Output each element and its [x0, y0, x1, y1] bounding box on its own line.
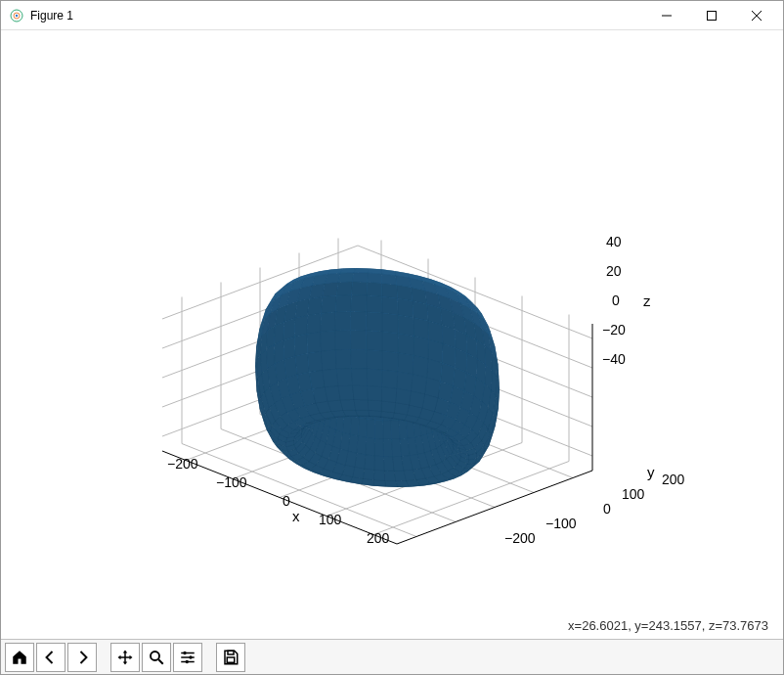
svg-marker-1063: [398, 298, 414, 318]
svg-marker-1161: [397, 372, 413, 391]
svg-marker-356: [373, 480, 385, 486]
svg-marker-404: [363, 469, 373, 480]
svg-marker-1185: [340, 400, 355, 411]
svg-marker-1133: [351, 312, 367, 331]
svg-marker-1188: [336, 369, 352, 386]
y-tick: −200: [504, 530, 536, 546]
svg-marker-1141: [295, 353, 309, 375]
pan-button[interactable]: [110, 643, 140, 672]
arrow-right-icon: [73, 649, 91, 666]
back-button[interactable]: [36, 643, 65, 672]
svg-marker-1145: [410, 391, 425, 408]
svg-marker-1120: [294, 335, 307, 357]
navigation-toolbar: [1, 639, 783, 674]
svg-marker-1190: [338, 385, 354, 400]
svg-marker-1137: [307, 332, 321, 353]
svg-marker-1096: [283, 337, 295, 359]
y-tick: 0: [603, 501, 611, 517]
save-icon: [222, 649, 240, 666]
window-titlebar: Figure 1: [1, 1, 783, 30]
svg-marker-974: [354, 268, 369, 273]
y-tick: 100: [622, 486, 644, 502]
svg-marker-1131: [335, 312, 351, 332]
axes-3d[interactable]: −200 −100 0 100 200 x −200 −100 0 100 20…: [143, 158, 651, 578]
svg-marker-1183: [367, 369, 382, 387]
x-tick: −200: [167, 456, 198, 472]
cursor-coordinates: x=26.6021, y=243.1557, z=73.7673: [568, 618, 768, 633]
svg-marker-1186: [354, 400, 369, 411]
arrow-left-icon: [42, 649, 60, 666]
configure-subplots-button[interactable]: [173, 643, 202, 672]
svg-point-1198: [183, 651, 186, 653]
svg-marker-1115: [382, 313, 398, 334]
svg-marker-1173: [367, 350, 382, 370]
svg-marker-1178: [351, 349, 367, 369]
maximize-button[interactable]: [689, 1, 734, 30]
svg-marker-390: [374, 439, 383, 457]
plot-area[interactable]: −200 −100 0 100 200 x −200 −100 0 100 20…: [1, 30, 783, 639]
z-tick: −40: [602, 351, 626, 367]
svg-marker-410: [366, 437, 375, 455]
svg-marker-1128: [398, 334, 414, 355]
svg-marker-1109: [307, 313, 321, 334]
svg-marker-393: [383, 457, 394, 472]
svg-marker-1099: [398, 315, 414, 337]
svg-marker-1127: [413, 356, 428, 378]
svg-marker-1125: [321, 312, 335, 332]
app-icon: [9, 8, 24, 23]
svg-marker-363: [374, 420, 383, 439]
svg-marker-1171: [343, 410, 358, 416]
svg-point-1200: [189, 655, 192, 658]
svg-marker-1156: [335, 331, 351, 350]
close-button[interactable]: [734, 1, 779, 30]
sliders-icon: [179, 649, 196, 666]
svg-marker-1140: [411, 375, 426, 394]
svg-marker-1104: [414, 337, 429, 359]
window-title: Figure 1: [30, 9, 73, 22]
svg-marker-427: [350, 416, 359, 436]
svg-marker-385: [374, 470, 385, 480]
svg-marker-1056: [295, 299, 309, 319]
home-button[interactable]: [5, 643, 34, 672]
z-axis-label: z: [643, 292, 651, 309]
y-tick: −100: [545, 516, 577, 531]
svg-marker-1051: [323, 283, 338, 297]
svg-line-1196: [158, 659, 163, 664]
svg-marker-421: [365, 455, 374, 470]
svg-marker-1181: [323, 369, 338, 387]
svg-marker-1176: [382, 370, 398, 388]
home-icon: [11, 649, 28, 666]
move-icon: [116, 649, 134, 666]
svg-marker-375: [384, 471, 396, 481]
z-tick: −20: [602, 322, 626, 338]
svg-marker-1169: [321, 350, 336, 371]
x-tick: 0: [283, 493, 290, 509]
svg-point-2: [16, 14, 18, 16]
svg-marker-1098: [335, 295, 351, 312]
svg-marker-428: [357, 436, 367, 455]
svg-marker-1191: [353, 385, 369, 400]
save-button[interactable]: [216, 643, 245, 672]
z-tick: 40: [606, 234, 622, 249]
svg-marker-1075: [308, 296, 323, 315]
svg-marker-1143: [382, 332, 398, 353]
torus-surface: [255, 268, 500, 487]
svg-marker-1012: [368, 273, 382, 283]
minimize-button[interactable]: [644, 1, 689, 30]
z-tick: 0: [612, 292, 620, 308]
svg-rect-4: [708, 11, 717, 20]
y-axis-label: y: [647, 464, 655, 480]
svg-marker-1151: [321, 331, 335, 351]
y-tick: 200: [662, 472, 684, 487]
x-tick: 200: [367, 530, 389, 546]
svg-marker-1177: [335, 349, 351, 369]
zoom-button[interactable]: [142, 643, 171, 672]
svg-marker-1187: [368, 385, 382, 400]
svg-marker-1165: [396, 388, 412, 405]
svg-marker-1159: [308, 351, 323, 372]
forward-button[interactable]: [67, 643, 97, 672]
svg-marker-400: [374, 456, 384, 471]
svg-rect-1204: [227, 657, 235, 662]
svg-marker-396: [358, 418, 367, 438]
svg-marker-1172: [356, 410, 370, 416]
